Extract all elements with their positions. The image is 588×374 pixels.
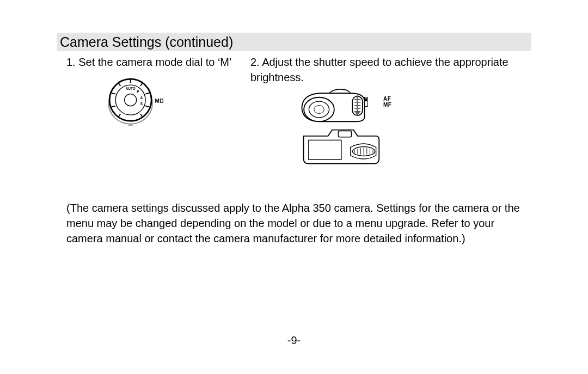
manual-page: Camera Settings (continued) 1. Set the c…	[0, 0, 588, 374]
camera-dial-figure-top: AF MF	[299, 88, 531, 124]
camera-rear-dial-icon	[299, 127, 381, 168]
svg-text:AUTO: AUTO	[126, 87, 136, 90]
steps-row: 1. Set the camera mode dial to ‘M’	[66, 54, 531, 168]
mode-dial-icon: AUTO P A S M	[105, 75, 164, 127]
svg-text:M: M	[155, 98, 160, 104]
mf-label: MF	[383, 102, 391, 108]
af-mf-label: AF MF	[383, 96, 391, 108]
svg-text:A: A	[140, 96, 143, 100]
svg-point-22	[314, 106, 324, 114]
camera-figures: AF MF	[299, 88, 531, 168]
svg-rect-18	[161, 99, 163, 102]
section-heading: Camera Settings (continued)	[57, 33, 531, 51]
svg-rect-34	[338, 131, 351, 137]
svg-rect-33	[309, 140, 341, 160]
step-1: 1. Set the camera mode dial to ‘M’	[66, 54, 241, 168]
step-2: 2. Adjust the shutter speed to achieve t…	[250, 54, 531, 168]
svg-text:P: P	[137, 90, 139, 94]
camera-front-dial-icon	[299, 88, 381, 124]
mode-dial-figure: AUTO P A S M	[105, 75, 241, 131]
page-number: -9-	[0, 334, 588, 347]
af-label: AF	[383, 96, 391, 102]
svg-text:S: S	[140, 102, 143, 106]
svg-point-12	[125, 94, 137, 106]
step-1-text: 1. Set the camera mode dial to ‘M’	[66, 54, 241, 70]
step-2-text: 2. Adjust the shutter speed to achieve t…	[250, 54, 531, 85]
svg-rect-32	[365, 99, 367, 102]
settings-note: (The camera settings discussed apply to …	[66, 200, 529, 246]
